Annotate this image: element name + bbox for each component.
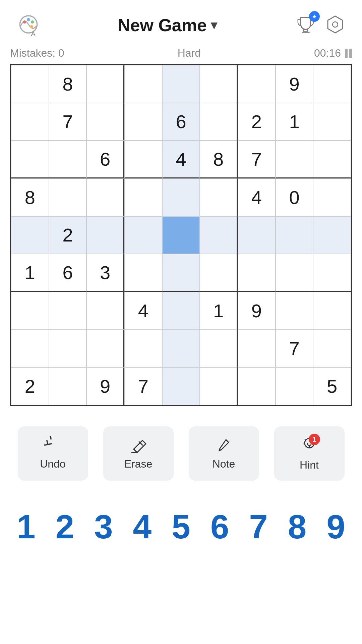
- table-row[interactable]: [124, 178, 162, 216]
- table-row[interactable]: [162, 330, 200, 368]
- table-row[interactable]: 8: [200, 141, 238, 178]
- table-row[interactable]: 2: [238, 103, 276, 141]
- table-row[interactable]: 0: [276, 178, 313, 216]
- table-row[interactable]: 1: [276, 103, 313, 141]
- table-row[interactable]: [11, 65, 49, 103]
- table-row[interactable]: [313, 65, 351, 103]
- table-row[interactable]: [49, 367, 87, 405]
- table-row[interactable]: [86, 330, 124, 368]
- table-row[interactable]: [276, 216, 313, 254]
- pause-button[interactable]: [345, 49, 352, 58]
- table-row[interactable]: 1: [200, 292, 238, 330]
- table-row[interactable]: 9: [86, 367, 124, 405]
- table-row[interactable]: [124, 254, 162, 292]
- table-row[interactable]: [276, 254, 313, 292]
- table-row[interactable]: [49, 178, 87, 216]
- table-row[interactable]: 4: [162, 141, 200, 178]
- table-row[interactable]: [124, 330, 162, 368]
- table-row[interactable]: 9: [238, 292, 276, 330]
- table-row[interactable]: [238, 254, 276, 292]
- table-row[interactable]: [276, 292, 313, 330]
- table-row[interactable]: [276, 141, 313, 178]
- table-row[interactable]: [276, 367, 313, 405]
- table-row[interactable]: 5: [313, 367, 351, 405]
- table-row[interactable]: [313, 216, 351, 254]
- table-row[interactable]: 7: [49, 103, 87, 141]
- table-row[interactable]: [200, 330, 238, 368]
- table-row[interactable]: [162, 254, 200, 292]
- hint-button[interactable]: 1 Hint: [274, 426, 345, 481]
- table-row[interactable]: [124, 103, 162, 141]
- number-2-button[interactable]: 2: [48, 504, 81, 549]
- table-row[interactable]: [162, 65, 200, 103]
- table-row[interactable]: [200, 254, 238, 292]
- number-8-button[interactable]: 8: [281, 504, 314, 549]
- table-row[interactable]: [86, 103, 124, 141]
- table-row[interactable]: [124, 216, 162, 254]
- table-row[interactable]: 4: [124, 292, 162, 330]
- table-row[interactable]: 7: [276, 330, 313, 368]
- table-row[interactable]: 3: [86, 254, 124, 292]
- table-row[interactable]: [49, 141, 87, 178]
- table-row[interactable]: 7: [238, 141, 276, 178]
- table-row[interactable]: [313, 178, 351, 216]
- undo-button[interactable]: Undo: [18, 426, 88, 481]
- palette-button[interactable]: A: [17, 13, 40, 37]
- table-row[interactable]: [11, 141, 49, 178]
- table-row[interactable]: [49, 292, 87, 330]
- table-row[interactable]: [200, 103, 238, 141]
- table-row[interactable]: [162, 367, 200, 405]
- number-7-button[interactable]: 7: [242, 504, 275, 549]
- table-row[interactable]: [313, 292, 351, 330]
- table-row[interactable]: [86, 65, 124, 103]
- number-6-button[interactable]: 6: [203, 504, 237, 549]
- table-row[interactable]: [86, 216, 124, 254]
- number-3-button[interactable]: 3: [87, 504, 120, 549]
- table-row[interactable]: [11, 292, 49, 330]
- table-row[interactable]: [49, 330, 87, 368]
- table-row[interactable]: [200, 367, 238, 405]
- table-row[interactable]: 8: [49, 65, 87, 103]
- table-row[interactable]: [313, 330, 351, 368]
- table-row[interactable]: [313, 254, 351, 292]
- table-row[interactable]: [11, 330, 49, 368]
- table-row[interactable]: 9: [276, 65, 313, 103]
- table-row[interactable]: [313, 141, 351, 178]
- table-row[interactable]: [162, 216, 200, 254]
- number-9-button[interactable]: 9: [319, 504, 353, 549]
- number-5-button[interactable]: 5: [164, 504, 198, 549]
- table-row[interactable]: [86, 178, 124, 216]
- table-row[interactable]: [162, 292, 200, 330]
- number-4-button[interactable]: 4: [125, 504, 159, 549]
- table-row[interactable]: [200, 65, 238, 103]
- trophy-button[interactable]: ★: [294, 14, 317, 37]
- table-row[interactable]: [238, 216, 276, 254]
- table-row[interactable]: [124, 65, 162, 103]
- table-row[interactable]: [200, 178, 238, 216]
- table-row[interactable]: 6: [86, 141, 124, 178]
- table-row[interactable]: 8: [11, 178, 49, 216]
- table-row[interactable]: 4: [238, 178, 276, 216]
- table-row[interactable]: 6: [162, 103, 200, 141]
- table-row[interactable]: 6: [49, 254, 87, 292]
- table-row[interactable]: 2: [49, 216, 87, 254]
- table-row[interactable]: [200, 216, 238, 254]
- table-row[interactable]: [313, 103, 351, 141]
- table-row[interactable]: [238, 330, 276, 368]
- table-row[interactable]: [162, 178, 200, 216]
- number-1-button[interactable]: 1: [9, 504, 43, 549]
- table-row[interactable]: [11, 103, 49, 141]
- erase-button[interactable]: Erase: [103, 426, 174, 481]
- table-row[interactable]: [238, 367, 276, 405]
- sudoku-grid[interactable]: 8976216487840216341972975: [10, 64, 352, 406]
- table-row[interactable]: 7: [124, 367, 162, 405]
- table-row[interactable]: 2: [11, 367, 49, 405]
- settings-icon[interactable]: [325, 14, 345, 36]
- new-game-button[interactable]: New Game ▾: [118, 15, 217, 35]
- note-button[interactable]: Note: [189, 426, 259, 481]
- table-row[interactable]: [11, 216, 49, 254]
- table-row[interactable]: 1: [11, 254, 49, 292]
- table-row[interactable]: [124, 141, 162, 178]
- table-row[interactable]: [86, 292, 124, 330]
- table-row[interactable]: [238, 65, 276, 103]
